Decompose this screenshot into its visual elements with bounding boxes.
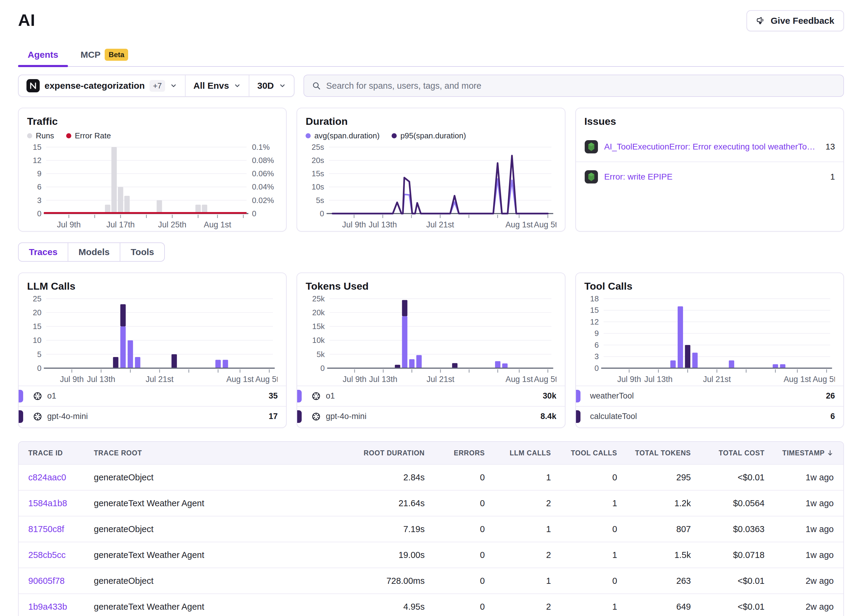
env-filter-dropdown[interactable]: All Envs (185, 75, 249, 96)
svg-text:20s: 20s (312, 156, 324, 165)
subtab-traces[interactable]: Traces (19, 243, 68, 261)
chevron-down-icon (279, 82, 286, 90)
trace-id-link[interactable]: 90605f78 (28, 576, 94, 586)
table-body: c824aac0 generateObject 2.84s 0 1 0 295 … (19, 464, 843, 616)
col-tool-calls[interactable]: TOOL CALLS (551, 449, 617, 457)
subtab-models[interactable]: Models (68, 243, 120, 261)
table-row[interactable]: 1584a1b8 generateText Weather Agent 21.6… (19, 490, 843, 516)
timestamp[interactable]: 2w ago (805, 576, 834, 586)
table-row[interactable]: 81750c8f generateObject 7.19s 0 1 0 807 … (19, 516, 843, 542)
timestamp-cell: 1w ago (765, 524, 834, 534)
total-tokens: 1.5k (617, 550, 691, 560)
tool-calls: 0 (551, 524, 617, 534)
series-color-chip (19, 390, 23, 402)
trace-id-link[interactable]: 81750c8f (28, 524, 94, 534)
tool-legend-row[interactable]: calculateTool 6 (576, 406, 843, 426)
svg-text:0.04%: 0.04% (252, 182, 274, 191)
svg-text:Jul 9th: Jul 9th (342, 220, 366, 229)
col-errors[interactable]: ERRORS (425, 449, 485, 457)
table-row[interactable]: c824aac0 generateObject 2.84s 0 1 0 295 … (19, 464, 843, 490)
trace-id-link[interactable]: 1b9a433b (28, 602, 94, 612)
svg-text:Jul 21st: Jul 21st (427, 375, 455, 384)
col-root-duration[interactable]: ROOT DURATION (305, 449, 425, 457)
issue-link[interactable]: Error: write EPIPE (604, 172, 824, 182)
svg-text:0: 0 (37, 364, 41, 372)
svg-text:0.06%: 0.06% (252, 169, 274, 178)
subtab-traces-label: Traces (29, 247, 57, 257)
date-range-dropdown[interactable]: 30D (249, 75, 294, 96)
subtab-tools[interactable]: Tools (120, 243, 164, 261)
timestamp[interactable]: 1w ago (805, 524, 834, 534)
col-timestamp[interactable]: TIMESTAMP (765, 449, 834, 457)
trace-id-link[interactable]: c824aac0 (28, 473, 94, 482)
total-tokens: 295 (617, 473, 691, 482)
filter-row: expense-categorization +7 All Envs 30D (18, 75, 844, 97)
tab-agents-label: Agents (28, 50, 58, 60)
svg-text:Jul 25th: Jul 25th (158, 220, 187, 229)
tool-calls-card: Tool Calls 0369121518Jul 9thJul 13thJul … (575, 272, 844, 428)
agent-filter-value: expense-categorization (44, 81, 144, 91)
timestamp[interactable]: 1w ago (805, 473, 834, 482)
timestamp-cell: 2w ago (765, 602, 834, 612)
tool-calls: 1 (551, 550, 617, 560)
p95-legend-dot (392, 133, 397, 138)
beta-badge: Beta (105, 49, 128, 61)
llm-calls: 1 (485, 576, 551, 586)
col-trace-root[interactable]: TRACE ROOT (94, 449, 305, 457)
timestamp[interactable]: 1w ago (805, 550, 834, 560)
svg-text:15: 15 (33, 143, 41, 151)
timestamp[interactable]: 1w ago (805, 498, 834, 508)
model-legend-row[interactable]: o1 35 (19, 386, 286, 406)
svg-text:0: 0 (37, 209, 41, 218)
root-duration: 7.19s (305, 524, 425, 534)
error-group-icon (584, 140, 598, 154)
tokens-used-title: Tokens Used (306, 280, 556, 292)
svg-text:Aug 5th: Aug 5th (813, 375, 835, 384)
svg-text:15s: 15s (312, 169, 324, 178)
trace-id-link[interactable]: 1584a1b8 (28, 498, 94, 508)
col-total-tokens[interactable]: TOTAL TOKENS (617, 449, 691, 457)
model-value: 35 (268, 391, 278, 401)
give-feedback-button[interactable]: Give Feedback (746, 10, 844, 31)
table-row[interactable]: 90605f78 generateObject 728.00ms 0 1 0 2… (19, 567, 843, 594)
total-tokens: 263 (617, 576, 691, 586)
svg-text:Aug 1st: Aug 1st (506, 220, 533, 229)
header: AI Give Feedback (18, 10, 844, 33)
tool-value: 26 (826, 391, 835, 401)
table-row[interactable]: 258cb5cc generateText Weather Agent 19.0… (19, 542, 843, 567)
trace-id-link[interactable]: 258cb5cc (28, 550, 94, 560)
model-legend-row[interactable]: o1 30k (297, 386, 565, 406)
col-llm-calls[interactable]: LLM CALLS (485, 449, 551, 457)
agent-filter-dropdown[interactable]: expense-categorization +7 (19, 75, 185, 96)
model-name: o1 (326, 391, 543, 401)
give-feedback-label: Give Feedback (771, 16, 834, 26)
col-total-cost[interactable]: TOTAL COST (691, 449, 765, 457)
col-trace-id[interactable]: TRACE ID (28, 449, 94, 457)
tool-name: calculateTool (590, 412, 831, 421)
metric-cards: LLM Calls 0510152025Jul 9thJul 13thJul 2… (18, 272, 844, 428)
issue-count: 1 (830, 172, 835, 182)
openai-icon (33, 391, 42, 401)
svg-text:9: 9 (37, 169, 41, 178)
agent-filter-more-count: +7 (149, 80, 165, 92)
svg-text:10s: 10s (312, 182, 324, 191)
svg-text:3: 3 (594, 352, 598, 361)
search-input[interactable] (327, 81, 835, 91)
trace-root: generateObject (94, 576, 305, 586)
issue-row: AI_ToolExecutionError: Error executing t… (576, 132, 843, 162)
timestamp[interactable]: 2w ago (805, 602, 834, 612)
tab-agents[interactable]: Agents (18, 43, 68, 66)
table-row[interactable]: 1b9a433b generateText Weather Agent 4.95… (19, 594, 843, 616)
errors: 0 (425, 576, 485, 586)
error-rate-legend-label: Error Rate (75, 131, 111, 140)
llm-calls: 1 (485, 524, 551, 534)
model-legend-row[interactable]: gpt-4o-mini 17 (19, 406, 286, 426)
tab-mcp[interactable]: MCP Beta (71, 43, 138, 66)
model-legend-row[interactable]: gpt-4o-mini 8.4k (297, 406, 565, 426)
search-bar (303, 75, 844, 97)
issue-link[interactable]: AI_ToolExecutionError: Error executing t… (604, 142, 820, 152)
error-group-icon (584, 170, 598, 184)
tool-value: 6 (831, 412, 835, 421)
total-tokens: 1.2k (617, 498, 691, 508)
tool-legend-row[interactable]: weatherTool 26 (576, 386, 843, 406)
